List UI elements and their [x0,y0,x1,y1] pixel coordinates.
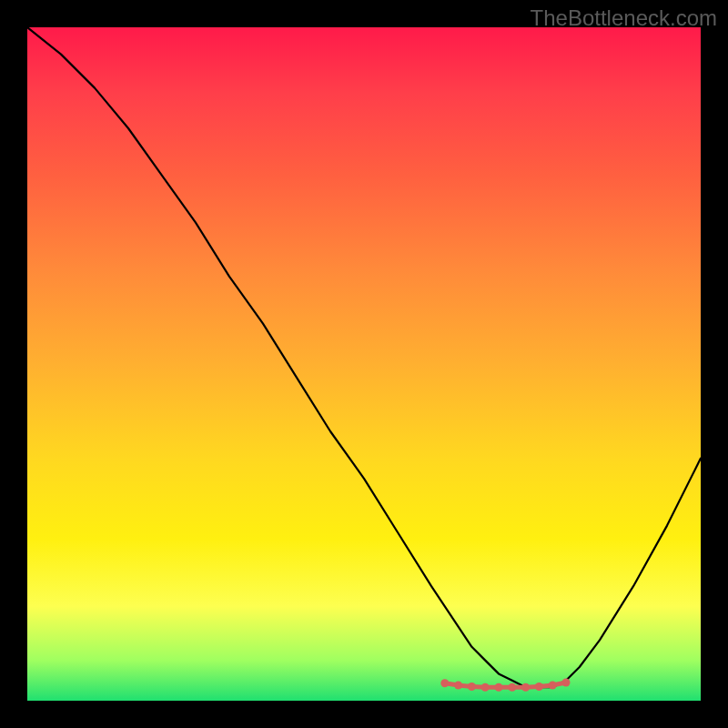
marker-point [468,682,476,691]
marker-point [508,683,516,692]
markers-layer [27,27,701,701]
marker-point [521,683,530,692]
plot-area [27,27,701,701]
marker-point [454,682,462,690]
watermark: TheBottleneck.com [531,5,717,31]
marker-point [440,679,449,687]
bottom-markers-group [440,679,570,692]
marker-point [562,679,571,687]
marker-point [495,683,503,692]
marker-point [481,683,490,692]
marker-point [549,682,557,690]
marker-point [535,682,543,691]
